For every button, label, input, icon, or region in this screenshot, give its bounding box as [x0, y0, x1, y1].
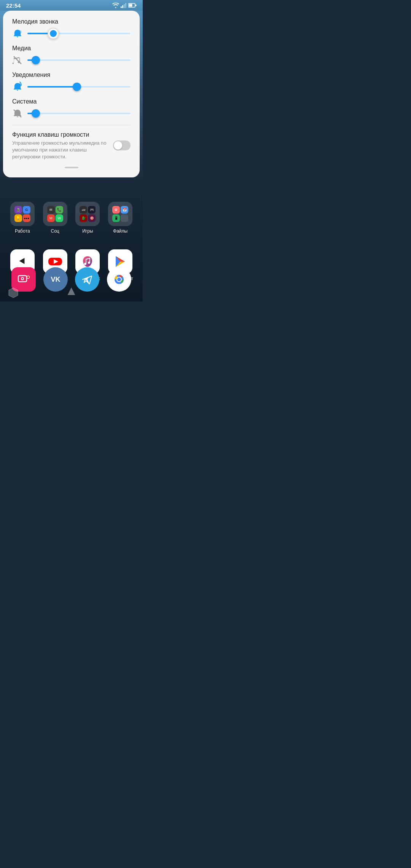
app-item-soc[interactable]: ✉ 📞 M W Соц — [40, 202, 70, 234]
app-label-rabota: Работа — [15, 228, 30, 234]
svg-rect-2 — [124, 4, 125, 8]
volume-keys-toggle[interactable] — [113, 140, 131, 150]
status-icons — [112, 3, 137, 8]
status-bar: 22:54 — [0, 0, 143, 11]
svg-point-17 — [84, 263, 86, 265]
system-label: Система — [12, 98, 131, 105]
ringtone-row: )) — [12, 28, 131, 39]
svg-text:VK: VK — [51, 276, 60, 283]
app-item-igry[interactable]: 🏎 🎮 🐉 🎯 Игры — [72, 202, 103, 234]
toggle-thumb — [114, 141, 122, 150]
svg-text:)): )) — [19, 31, 21, 34]
svg-rect-5 — [129, 4, 132, 7]
notifications-section: Уведомления — [12, 72, 131, 92]
status-time: 22:54 — [6, 2, 21, 9]
ringtone-slider[interactable] — [27, 30, 131, 37]
system-slider[interactable] — [27, 110, 131, 117]
media-label: Медиа — [12, 45, 131, 52]
app-item-vk[interactable]: VK — [40, 267, 71, 294]
app-item-faily[interactable]: ✿ 📅 📱 Файлы — [105, 202, 135, 234]
ringtone-icon: )) — [12, 28, 23, 39]
system-section: Система — [12, 98, 131, 119]
wifi-icon — [112, 3, 119, 8]
system-row — [12, 108, 131, 119]
drag-handle[interactable] — [65, 167, 78, 168]
svg-point-36 — [117, 278, 121, 281]
notifications-slider[interactable] — [27, 83, 131, 91]
svg-point-18 — [88, 262, 90, 264]
app-label-soc: Соц — [51, 228, 59, 234]
svg-point-29 — [27, 276, 29, 278]
notifications-row — [12, 81, 131, 92]
function-row: Управление громкостью мультимедиа по умо… — [12, 140, 131, 161]
ringtone-section: Мелодия звонка )) — [12, 18, 131, 39]
media-slider[interactable] — [27, 56, 131, 64]
app-item-telegram[interactable] — [72, 267, 102, 294]
battery-icon — [128, 3, 137, 8]
bottom-apps: VK — [0, 267, 143, 294]
hex-shape — [8, 287, 19, 298]
svg-point-27 — [22, 278, 23, 279]
svg-rect-3 — [125, 3, 126, 8]
system-icon — [12, 108, 23, 119]
ringtone-label: Мелодия звонка — [12, 18, 131, 25]
svg-rect-0 — [121, 6, 122, 8]
app-item-chrome[interactable] — [104, 267, 134, 294]
media-row — [12, 55, 131, 65]
divider — [12, 125, 131, 125]
svg-marker-37 — [9, 288, 18, 298]
svg-line-9 — [14, 56, 21, 64]
app-item-rabota[interactable]: 📓 G 💡 ●●● Работа — [7, 202, 38, 234]
notifications-icon — [12, 81, 23, 92]
notifications-label: Уведомления — [12, 72, 131, 78]
svg-rect-6 — [135, 5, 137, 6]
function-section: Функция клавиш громкости Управление гром… — [12, 131, 131, 161]
app-label-igry: Игры — [82, 228, 93, 234]
signal-icon — [121, 3, 127, 8]
function-title: Функция клавиш громкости — [12, 131, 131, 138]
app-label-faily: Файлы — [113, 228, 127, 234]
app-row-1: 📓 G 💡 ●●● Работа ✉ 📞 M W Соц 🏎 🎮 🐉 — [0, 202, 143, 234]
svg-rect-1 — [122, 5, 123, 8]
function-desc: Управление громкостью мультимедиа по умо… — [12, 140, 113, 161]
volume-panel: Мелодия звонка )) Медиа — [3, 11, 140, 177]
media-icon — [12, 55, 23, 65]
media-section: Медиа — [12, 45, 131, 65]
